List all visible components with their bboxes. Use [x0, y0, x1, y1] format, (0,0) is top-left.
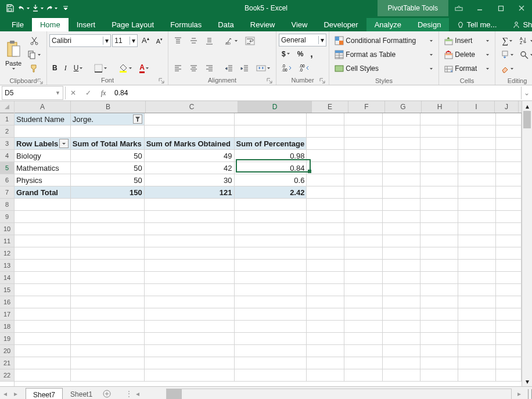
hscroll-left[interactable]: ◂	[132, 388, 143, 399]
tab-developer[interactable]: Developer	[315, 18, 366, 31]
cell[interactable]: 0.98	[235, 150, 307, 161]
cell[interactable]	[344, 235, 382, 247]
cell[interactable]	[15, 211, 71, 222]
cell[interactable]	[71, 211, 145, 222]
cell[interactable]: Sum of Total Marks	[71, 138, 145, 149]
cell[interactable]	[145, 321, 235, 332]
cell[interactable]	[71, 125, 145, 137]
delete-cells-button[interactable]: Delete	[441, 48, 493, 62]
cell[interactable]: 30	[145, 174, 235, 186]
cell[interactable]: 0.84	[235, 162, 307, 174]
row-header-18[interactable]: 18	[0, 321, 14, 333]
cell[interactable]	[71, 369, 145, 381]
cell[interactable]	[496, 333, 522, 344]
cell[interactable]	[420, 150, 458, 161]
align-bottom-button[interactable]	[202, 34, 217, 48]
cell[interactable]	[145, 125, 235, 137]
cell[interactable]	[420, 272, 458, 283]
cell[interactable]	[145, 296, 235, 308]
cell[interactable]	[496, 321, 522, 332]
scroll-down-icon[interactable]: ▾	[522, 376, 532, 386]
cell[interactable]	[15, 223, 71, 235]
cell[interactable]	[420, 211, 458, 222]
cell[interactable]	[15, 345, 71, 357]
cell[interactable]	[145, 199, 235, 210]
cell[interactable]	[420, 247, 458, 259]
cell[interactable]	[458, 125, 496, 137]
close-icon[interactable]	[511, 0, 532, 16]
cell[interactable]	[458, 345, 496, 357]
cell[interactable]	[235, 113, 307, 125]
cell[interactable]	[307, 369, 344, 381]
cell[interactable]	[420, 260, 458, 271]
cell-styles-button[interactable]: Cell Styles	[332, 62, 436, 76]
row-header-7[interactable]: 7	[0, 186, 14, 199]
cell[interactable]	[496, 308, 522, 320]
cell[interactable]	[145, 308, 235, 320]
cell[interactable]	[458, 113, 496, 125]
cell[interactable]	[235, 345, 307, 357]
cell[interactable]	[235, 125, 307, 137]
row-header-5[interactable]: 5	[0, 162, 14, 174]
cell[interactable]	[235, 357, 307, 369]
cell[interactable]	[15, 199, 71, 210]
cell[interactable]	[458, 296, 496, 308]
cell[interactable]	[307, 321, 344, 332]
cell[interactable]	[235, 272, 307, 283]
cell[interactable]	[344, 284, 382, 296]
cell[interactable]	[458, 223, 496, 235]
select-all-corner[interactable]	[0, 101, 14, 113]
cell[interactable]	[496, 260, 522, 271]
column-header-F[interactable]: F	[348, 101, 385, 113]
cell[interactable]	[307, 199, 344, 210]
cell[interactable]: Row Labels	[15, 138, 71, 149]
tab-page-layout[interactable]: Page Layout	[103, 18, 162, 31]
paste-button[interactable]: Paste	[2, 33, 24, 77]
column-header-I[interactable]: I	[458, 101, 495, 113]
cell[interactable]	[383, 345, 420, 357]
cell[interactable]	[15, 296, 71, 308]
underline-button[interactable]: U	[71, 61, 87, 75]
cell[interactable]	[496, 223, 522, 235]
cell[interactable]	[71, 223, 145, 235]
fx-icon[interactable]: fx	[96, 87, 111, 99]
cell[interactable]	[420, 308, 458, 320]
cell[interactable]	[383, 272, 420, 283]
accounting-format-button[interactable]: $	[279, 47, 293, 61]
number-format-combo[interactable]: General▾	[279, 34, 326, 46]
sheet-tab-other[interactable]: Sheet1	[63, 387, 100, 399]
cell[interactable]	[496, 235, 522, 247]
enter-formula-icon[interactable]: ✓	[81, 87, 96, 99]
cell[interactable]	[458, 186, 496, 198]
cell[interactable]	[420, 345, 458, 357]
cell[interactable]	[71, 272, 145, 283]
row-header-17[interactable]: 17	[0, 308, 14, 321]
worksheet-grid[interactable]: 12345678910111213141516171819202122 ABCD…	[0, 101, 532, 386]
filter-active-icon[interactable]	[133, 114, 142, 124]
dialog-launcher-icon[interactable]	[37, 78, 43, 84]
scroll-up-icon[interactable]: ▴	[522, 101, 532, 111]
cell[interactable]	[307, 211, 344, 222]
cell[interactable]	[458, 162, 496, 174]
increase-indent-button[interactable]	[238, 61, 252, 75]
font-color-button[interactable]: A	[136, 61, 152, 75]
cell[interactable]	[307, 186, 344, 198]
cell[interactable]	[145, 113, 235, 125]
cell[interactable]	[145, 272, 235, 283]
cell[interactable]	[307, 296, 344, 308]
cell[interactable]	[420, 113, 458, 125]
tab-review[interactable]: Review	[242, 18, 283, 31]
cell[interactable]	[344, 186, 382, 198]
column-header-E[interactable]: E	[312, 101, 348, 113]
cell[interactable]	[307, 162, 344, 174]
cell[interactable]: Jorge.	[71, 113, 145, 125]
cell[interactable]	[145, 345, 235, 357]
cell[interactable]	[307, 333, 344, 344]
cell[interactable]	[71, 308, 145, 320]
cell[interactable]	[383, 284, 420, 296]
dialog-launcher-icon[interactable]	[319, 78, 325, 84]
cell[interactable]	[420, 333, 458, 344]
align-left-button[interactable]	[171, 61, 185, 75]
cell[interactable]	[383, 150, 420, 161]
cell[interactable]: 121	[145, 186, 235, 198]
